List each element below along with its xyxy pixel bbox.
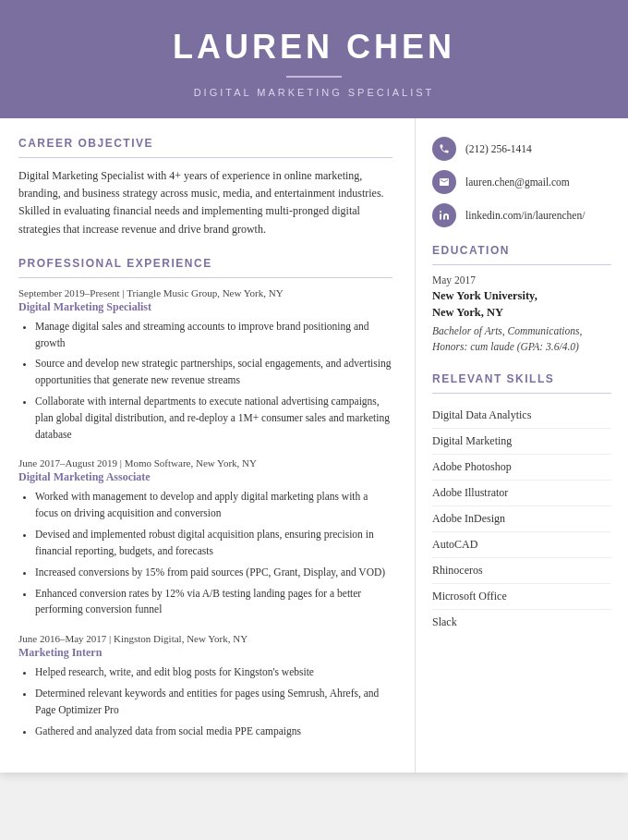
job-title-2: Digital Marketing Associate [18, 470, 392, 484]
skills-divider [432, 393, 611, 394]
contact-email: lauren.chen@gmail.com [432, 170, 611, 194]
bullet: Worked with management to develop and ap… [35, 489, 392, 522]
skill-item: Rhinoceros [432, 558, 611, 584]
education-title: EDUCATION [432, 244, 611, 257]
contact-section: (212) 256-1414 lauren.chen@gmail.com [432, 137, 611, 227]
resume-container: LAUREN CHEN DIGITAL MARKETING SPECIALIST… [0, 0, 628, 773]
body: CAREER OBJECTIVE Digital Marketing Speci… [0, 118, 628, 773]
skills-title: RELEVANT SKILLS [432, 372, 611, 385]
header: LAUREN CHEN DIGITAL MARKETING SPECIALIST [0, 0, 628, 118]
skill-item: Microsoft Office [432, 584, 611, 610]
edu-degree: Bachelor of Arts, Communications,Honors:… [432, 323, 611, 356]
job-meta-3: June 2016–May 2017 | Kingston Digital, N… [18, 633, 392, 644]
skill-item: Adobe Illustrator [432, 481, 611, 506]
phone-text: (212) 256-1414 [465, 143, 532, 154]
edu-date: May 2017 [432, 274, 611, 286]
bullet: Determined relevant keywords and entitie… [35, 686, 392, 719]
linkedin-text: linkedin.com/in/laurenchen/ [465, 210, 585, 221]
experience-divider [18, 277, 392, 278]
job-title-3: Marketing Intern [18, 646, 392, 660]
skill-item: Adobe Photoshop [432, 455, 611, 481]
left-column: CAREER OBJECTIVE Digital Marketing Speci… [0, 118, 416, 773]
bullet: Helped research, write, and edit blog po… [35, 664, 392, 681]
bullet: Increased conversions by 15% from paid s… [35, 565, 392, 581]
skill-item: Slack [432, 610, 611, 635]
bullet: Manage digital sales and streaming accou… [35, 319, 392, 352]
skill-item: Adobe InDesign [432, 506, 611, 532]
job-block-2: June 2017–August 2019 | Momo Software, N… [18, 457, 392, 618]
bullet: Gathered and analyzed data from social m… [35, 724, 392, 740]
candidate-title: DIGITAL MARKETING SPECIALIST [18, 87, 610, 98]
email-icon [432, 170, 456, 194]
skill-item: Digital Data Analytics [432, 403, 611, 429]
experience-title: PROFESSIONAL EXPERIENCE [18, 257, 392, 270]
bullet: Enhanced conversion rates by 12% via A/B… [35, 586, 392, 619]
job-meta-2: June 2017–August 2019 | Momo Software, N… [18, 457, 392, 469]
education-divider [432, 264, 611, 265]
contact-phone: (212) 256-1414 [432, 137, 611, 161]
email-text: lauren.chen@gmail.com [465, 177, 570, 188]
career-objective-section: CAREER OBJECTIVE Digital Marketing Speci… [18, 137, 392, 238]
career-objective-title: CAREER OBJECTIVE [18, 137, 392, 150]
skills-section: RELEVANT SKILLS Digital Data Analytics D… [432, 372, 611, 635]
skill-item: Digital Marketing [432, 429, 611, 455]
linkedin-icon [432, 203, 456, 227]
job-block-1: September 2019–Present | Triangle Music … [18, 287, 392, 444]
job-meta-1: September 2019–Present | Triangle Music … [18, 287, 392, 298]
bullet: Collaborate with internal departments to… [35, 394, 392, 443]
contact-linkedin: linkedin.com/in/laurenchen/ [432, 203, 611, 227]
job-block-3: June 2016–May 2017 | Kingston Digital, N… [18, 633, 392, 739]
candidate-name: LAUREN CHEN [18, 28, 610, 67]
bullet: Source and develop new strategic partner… [35, 356, 392, 389]
career-divider [18, 157, 392, 158]
skill-item: AutoCAD [432, 532, 611, 558]
bullet: Devised and implemented robust digital a… [35, 527, 392, 560]
job-bullets-2: Worked with management to develop and ap… [18, 489, 392, 618]
edu-school: New York University,New York, NY [432, 288, 611, 321]
job-bullets-1: Manage digital sales and streaming accou… [18, 319, 392, 444]
experience-section: PROFESSIONAL EXPERIENCE September 2019–P… [18, 257, 392, 740]
job-bullets-3: Helped research, write, and edit blog po… [18, 664, 392, 739]
right-column: (212) 256-1414 lauren.chen@gmail.com [416, 118, 628, 773]
education-section: EDUCATION May 2017 New York University,N… [432, 244, 611, 356]
phone-icon [432, 137, 456, 161]
header-divider [286, 76, 342, 78]
job-title-1: Digital Marketing Specialist [18, 300, 392, 314]
career-objective-text: Digital Marketing Specialist with 4+ yea… [18, 167, 392, 238]
